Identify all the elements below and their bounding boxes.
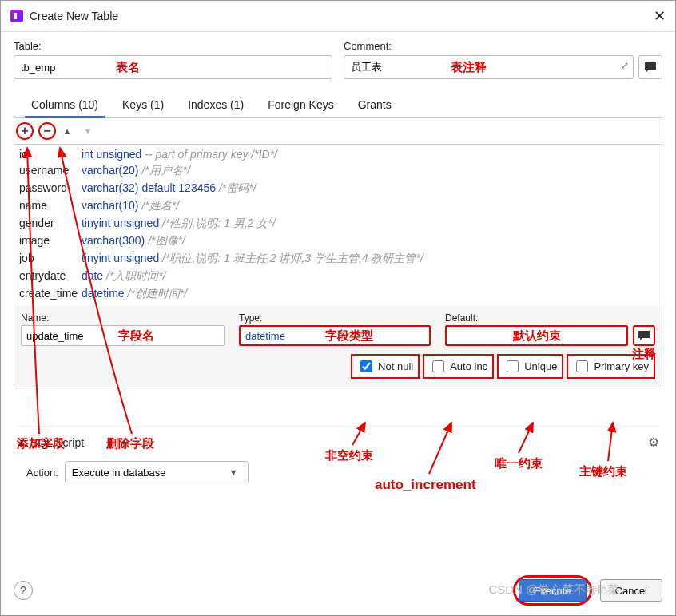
table-comment-input[interactable] <box>344 55 634 79</box>
move-down-button[interactable]: ▼ <box>78 121 97 141</box>
app-icon <box>10 10 23 22</box>
expand-icon[interactable]: ⤢ <box>621 60 629 71</box>
tab-foreign-keys[interactable]: Foreign Keys <box>264 93 336 117</box>
move-up-button[interactable]: ▲ <box>58 121 77 141</box>
checkbox-auto-inc[interactable] <box>432 360 444 372</box>
constraint-flags: Not null Auto inc Unique Primary key <box>14 346 662 387</box>
help-button[interactable]: ? <box>14 581 33 600</box>
column-row[interactable]: username varchar(20) /*用户名*/ <box>18 162 658 180</box>
speech-bubble-icon <box>644 62 657 73</box>
sql-script-label: SQL Script <box>30 436 84 449</box>
execute-button[interactable]: Execute <box>519 579 587 602</box>
column-row[interactable]: create_time datetime /*创建时间*/ <box>18 285 658 303</box>
column-comment-button[interactable] <box>633 325 655 346</box>
tab-columns[interactable]: Columns (10) <box>28 93 101 117</box>
column-row[interactable]: password varchar(32) default 123456 /*密码… <box>18 180 658 197</box>
label-action: Action: <box>26 467 58 479</box>
close-icon[interactable]: ✕ <box>654 7 666 25</box>
titlebar: Create New Table ✕ <box>1 1 675 32</box>
comment-button[interactable] <box>638 55 662 79</box>
speech-bubble-icon <box>638 330 650 341</box>
label-col-name: Name: <box>21 312 225 324</box>
flag-not-null[interactable]: Not null <box>351 354 420 379</box>
label-col-type: Type: <box>239 312 431 324</box>
column-list: id int unsigned -- part of primary key /… <box>14 145 662 306</box>
column-row[interactable]: id int unsigned -- part of primary key /… <box>18 146 658 162</box>
remove-column-button[interactable]: − <box>38 122 56 140</box>
checkbox-unique[interactable] <box>507 360 519 372</box>
columns-grid: + − ▲ ▼ id int unsigned -- part of prima… <box>14 118 662 387</box>
add-column-button[interactable]: + <box>16 122 34 140</box>
tab-strip: Columns (10) Keys (1) Indexes (1) Foreig… <box>14 93 662 118</box>
column-type-input[interactable] <box>239 325 431 346</box>
tab-indexes[interactable]: Indexes (1) <box>185 93 247 117</box>
cancel-button[interactable]: Cancel <box>600 579 662 602</box>
collapse-icon[interactable]: ▲ <box>17 438 26 447</box>
column-row[interactable]: gender tinyint unsigned /*性别,说明: 1 男,2 女… <box>18 215 658 232</box>
column-row[interactable]: entrydate date /*入职时间*/ <box>18 268 658 285</box>
flag-unique[interactable]: Unique <box>497 354 563 379</box>
column-row[interactable]: name varchar(10) /*姓名*/ <box>18 197 658 215</box>
flag-auto-inc[interactable]: Auto inc <box>423 354 494 379</box>
column-row[interactable]: image varchar(300) /*图像*/ <box>18 232 658 250</box>
label-comment: Comment: <box>344 40 662 52</box>
action-select[interactable]: Execute in database <box>65 461 249 483</box>
table-name-input[interactable] <box>14 55 332 79</box>
label-table: Table: <box>14 40 332 52</box>
column-name-input[interactable] <box>21 325 225 346</box>
label-col-default: Default: <box>445 312 655 324</box>
flag-primary-key[interactable]: Primary key <box>567 354 655 379</box>
column-row[interactable]: job tinyint unsigned /*职位,说明: 1 班主任,2 讲师… <box>18 250 658 268</box>
checkbox-not-null[interactable] <box>360 360 372 372</box>
checkbox-primary-key[interactable] <box>576 360 588 372</box>
column-default-input[interactable] <box>445 325 628 346</box>
window-title: Create New Table <box>30 10 118 22</box>
tab-keys[interactable]: Keys (1) <box>119 93 167 117</box>
tab-grants[interactable]: Grants <box>355 93 395 117</box>
gear-icon[interactable]: ⚙ <box>648 435 659 450</box>
